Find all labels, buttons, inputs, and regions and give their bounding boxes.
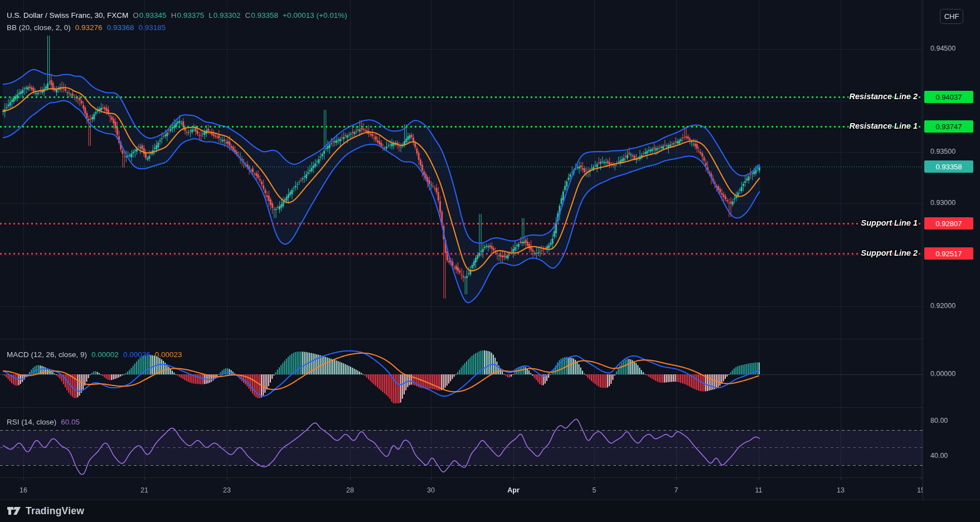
support-line-1-badge: 0.92807 — [924, 217, 973, 230]
chart-canvas[interactable] — [0, 0, 923, 500]
time-label-13: 13 — [837, 486, 845, 494]
time-label-15: 15 — [917, 486, 923, 494]
ohlc-close: C0.93358 — [245, 11, 279, 19]
time-label-23: 23 — [223, 486, 231, 494]
currency-toggle-button[interactable]: CHF — [940, 9, 963, 24]
resistance-line-1-label[interactable]: Resistance Line 1 — [850, 121, 918, 130]
macd-legend[interactable]: MACD (12, 26, close, 9) 0.00002 0.00026 … — [7, 350, 182, 359]
price-change: +0.00013 (+0.01%) — [283, 11, 347, 19]
time-label-30: 30 — [427, 486, 435, 494]
ohlc-open: O0.93345 — [133, 11, 166, 19]
ohlc-low: L0.93302 — [208, 11, 240, 19]
price-scale[interactable]: CHF 0.94500 0.93500 0.93000 0.92000 0.00… — [923, 0, 980, 500]
last-price-badge: 0.93358 — [924, 160, 973, 173]
time-label-28: 28 — [346, 486, 354, 494]
rsi-value: 60.05 — [61, 418, 80, 426]
tradingview-logo-icon — [7, 505, 21, 517]
resistance-line-1-badge: 0.93747 — [924, 120, 973, 133]
resistance-line-2-label[interactable]: Resistance Line 2 — [850, 92, 918, 101]
tradingview-wordmark: TradingView — [26, 505, 84, 517]
macd-hist-value: 0.00002 — [91, 350, 119, 359]
tradingview-logo[interactable]: TradingView — [7, 505, 84, 517]
symbol-title: U.S. Dollar / Swiss Franc, 30, FXCM — [7, 11, 128, 19]
price-tick-93500: 0.93500 — [930, 148, 975, 155]
ohlc-high: H0.93375 — [171, 11, 205, 19]
bb-upper-value: 0.93368 — [107, 23, 134, 32]
resistance-line-2-badge: 0.94037 — [924, 91, 973, 103]
bb-lower-value: 0.93185 — [138, 23, 166, 32]
bb-basis-value: 0.93276 — [75, 23, 103, 32]
time-label-16: 16 — [20, 486, 27, 494]
price-tick-94500: 0.94500 — [930, 45, 975, 52]
footer-bar: TradingView — [0, 500, 980, 522]
price-tick-92000: 0.92000 — [930, 302, 975, 310]
macd-line-value: 0.00026 — [123, 350, 151, 359]
bb-label: BB (20, close, 2, 0) — [7, 23, 71, 32]
symbol-legend[interactable]: U.S. Dollar / Swiss Franc, 30, FXCM O0.9… — [7, 11, 347, 19]
rsi-80-tick: 80.00 — [930, 417, 975, 425]
support-line-2-label[interactable]: Support Line 2 — [861, 248, 918, 257]
support-line-1-label[interactable]: Support Line 1 — [861, 218, 918, 227]
support-line-2-badge: 0.92517 — [924, 247, 973, 260]
time-label-apr: Apr — [507, 486, 520, 494]
time-label-11: 11 — [755, 486, 763, 494]
time-label-5: 5 — [593, 486, 596, 494]
macd-zero-tick: 0.00000 — [930, 370, 975, 378]
rsi-legend[interactable]: RSI (14, close) 60.05 — [7, 418, 80, 426]
time-axis[interactable]: 16 21 23 28 30 Apr 5 7 11 13 15 — [0, 477, 923, 500]
price-tick-93000: 0.93000 — [930, 199, 975, 207]
macd-signal-value: 0.00023 — [155, 350, 182, 359]
rsi-label: RSI (14, close) — [7, 418, 56, 426]
time-label-7: 7 — [675, 486, 678, 494]
bb-legend[interactable]: BB (20, close, 2, 0) 0.93276 0.93368 0.9… — [7, 23, 166, 32]
rsi-40-tick: 40.00 — [930, 452, 975, 460]
tradingview-chart-window: U.S. Dollar / Swiss Franc, 30, FXCM O0.9… — [0, 0, 980, 522]
time-label-21: 21 — [140, 486, 148, 494]
macd-label: MACD (12, 26, close, 9) — [7, 350, 87, 359]
